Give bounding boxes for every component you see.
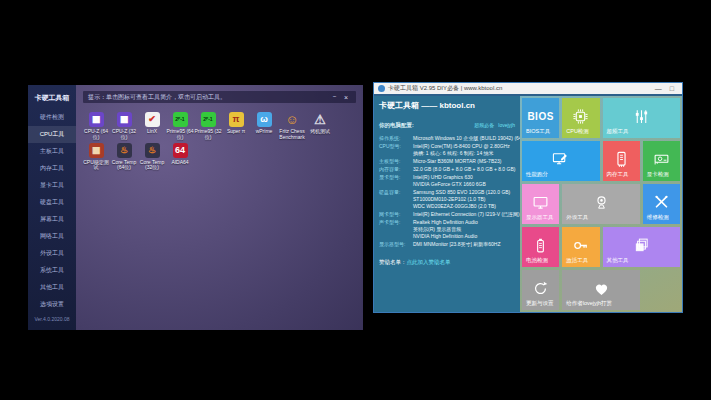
tool-flame[interactable]: ♨Core Temp (64位)	[110, 143, 138, 172]
tile-tools-cross[interactable]: 维修检测	[643, 184, 680, 224]
sidebar-item-2[interactable]: 主板工具	[28, 143, 76, 160]
app-icon	[378, 85, 385, 92]
cpu-chip-icon: ▦	[89, 112, 104, 127]
spec-value: NVIDIA High Definition Audio	[413, 233, 515, 240]
kbtool-titlebar: 卡硬工具箱 V2.95 DIY必备 | www.kbtool.cn — □	[374, 83, 682, 96]
smiley-icon: ☺	[285, 112, 300, 127]
info-panel-header: 卡硬工具箱 —— kbtool.cn	[379, 100, 515, 111]
tile-ram-stick[interactable]: 内存工具	[603, 141, 640, 181]
tile-bios-text[interactable]: BIOSBIOS工具	[522, 98, 559, 138]
spec-row-2: 主板型号:Micro-Star B360M MORTAR (MS-7B23)	[379, 158, 515, 165]
pi-symbol-icon: π	[229, 112, 244, 127]
tile-label: 电池检测	[526, 257, 548, 264]
sponsor-link[interactable]: 点此加入赞助名单	[407, 259, 451, 265]
minimize-button[interactable]: －	[328, 92, 341, 102]
tool-label: wPrime	[250, 129, 278, 135]
tool-cpu-chip[interactable]: ▦CPU-Z (32位)	[110, 112, 138, 141]
header-link-0[interactable]: 超频必备	[474, 122, 494, 128]
sponsor-label: 赞助名单：	[379, 259, 407, 265]
tile-label: 激活工具	[566, 257, 588, 264]
ram-stick-icon	[613, 151, 630, 168]
tile-sliders[interactable]: 超频工具	[603, 98, 681, 138]
bios-text: BIOS	[527, 111, 553, 122]
spec-row-6: 网卡型号:Intel(R) Ethernet Connection (7) I2…	[379, 211, 515, 218]
left-version-text: Ver.4.0.2020.08	[28, 316, 76, 330]
tile-webcam[interactable]: 外设工具	[562, 184, 640, 224]
tile-donate-heart[interactable]: 给作者lovejyjh打赏	[562, 270, 640, 310]
tool-aida64-badge[interactable]: 64AIDA64	[166, 143, 194, 172]
wprime-swirl-icon: ω	[257, 112, 272, 127]
hint-text: 提示：单击图标可查看工具简介，双击可启动工具。	[88, 93, 226, 102]
tool-cpu-chip[interactable]: ▦CPU-Z (64位)	[82, 112, 110, 141]
tool-flame[interactable]: ♨Core Temp (32位)	[138, 143, 166, 172]
tool-label: Super π	[222, 129, 250, 135]
sidebar-item-6[interactable]: 屏幕工具	[28, 211, 76, 228]
spec-label: CPU型号:	[379, 143, 413, 157]
sidebar-item-9[interactable]: 系统工具	[28, 262, 76, 279]
spec-value: Intel(R) UHD Graphics 630	[413, 174, 515, 181]
warning-triangle-icon: ⚠	[313, 112, 328, 127]
sidebar-item-3[interactable]: 内存工具	[28, 160, 76, 177]
sidebar-item-7[interactable]: 网络工具	[28, 228, 76, 245]
tool-label: 烤机测试	[306, 129, 334, 135]
tile-label: 更新与设置	[526, 300, 554, 307]
tile-refresh[interactable]: 更新与设置	[522, 270, 559, 310]
sidebar-item-0[interactable]: 硬件检测	[28, 109, 76, 126]
gpu-card-icon	[653, 151, 670, 168]
sidebar-item-10[interactable]: 其他工具	[28, 279, 76, 296]
kbtool-title: 卡硬工具箱 V2.95 DIY必备 | www.kbtool.cn	[388, 84, 502, 93]
webcam-icon	[593, 194, 610, 211]
maximize-button[interactable]: □	[666, 85, 678, 92]
tool-wprime-swirl[interactable]: ωwPrime	[250, 112, 278, 141]
key-icon	[572, 237, 589, 254]
sidebar-item-1[interactable]: CPU工具	[28, 126, 76, 143]
spec-label: 内存容量:	[379, 166, 413, 173]
sidebar-item-4[interactable]: 显卡工具	[28, 177, 76, 194]
tool-prime-formula[interactable]: 2ᴾ-1Prime95 (64位)	[166, 112, 194, 141]
tile-label: 外设工具	[566, 214, 588, 221]
close-button[interactable]: ×	[341, 94, 351, 101]
spec-value: NVIDIA GeForce GTX 1660 6GB	[413, 181, 515, 188]
spec-label: 声卡型号:	[379, 219, 413, 240]
tile-label: 性能跑分	[526, 171, 548, 178]
stress-test-icon: ▦	[89, 143, 104, 158]
tool-smiley[interactable]: ☺Fritz Chess Benchmark	[278, 112, 306, 141]
tile-cpu-chip[interactable]: CPU检测	[562, 98, 599, 138]
spec-label: 显示器型号:	[379, 241, 413, 248]
system-info-panel: 卡硬工具箱 —— kbtool.cn 你的电脑配置: 超频必备lovejyjh …	[374, 96, 520, 312]
header-link-1[interactable]: lovejyjh	[498, 122, 515, 128]
spec-row-8: 显示器型号:DMI MNMonitor [23.8英寸] 刷新率60HZ	[379, 241, 515, 248]
header-links: 超频必备lovejyjh	[470, 113, 515, 131]
spec-label: 硬盘容量:	[379, 189, 413, 210]
sidebar-item-11[interactable]: 选项设置	[28, 296, 76, 313]
tool-pi-symbol[interactable]: πSuper π	[222, 112, 250, 141]
kbtool-window: 卡硬工具箱 V2.95 DIY必备 | www.kbtool.cn — □ 卡硬…	[373, 82, 683, 313]
spec-row-1: CPU型号:Intel(R) Core(TM) i5-8400 CPU @ 2.…	[379, 143, 515, 157]
tools-cross-icon	[653, 194, 670, 211]
spec-value: DMI MNMonitor [23.8英寸] 刷新率60HZ	[413, 241, 515, 248]
spec-label: 显卡型号:	[379, 174, 413, 188]
tile-gpu-card[interactable]: 显卡检测	[643, 141, 680, 181]
minimize-button[interactable]: —	[651, 85, 666, 92]
tile-monitor[interactable]: 显示器工具	[522, 184, 559, 224]
tool-label: Prime95 (32位)	[194, 129, 222, 141]
spec-label: 操作系统:	[379, 135, 413, 142]
tool-label: AIDA64	[166, 160, 194, 166]
left-hint-bar: 提示：单击图标可查看工具简介，双击可启动工具。 － ×	[83, 91, 356, 103]
spec-value: 插槽: 1 核心: 6 线程: 6 制程: 14 纳米	[413, 150, 515, 157]
tile-copy-stack[interactable]: 其他工具	[603, 227, 681, 267]
tool-label: CPU稳定测试	[82, 160, 110, 172]
tile-key[interactable]: 激活工具	[562, 227, 599, 267]
tool-checkmark[interactable]: ✔LinX	[138, 112, 166, 141]
tool-warning-triangle[interactable]: ⚠烤机测试	[306, 112, 334, 141]
sidebar-item-5[interactable]: 硬盘工具	[28, 194, 76, 211]
tile-monitor-brush[interactable]: 性能跑分	[522, 141, 600, 181]
spec-value: Realtek High Definition Audio	[413, 219, 515, 226]
sponsor-footer: 赞助名单：点此加入赞助名单	[379, 259, 515, 266]
sidebar-item-8[interactable]: 外设工具	[28, 245, 76, 262]
spec-value: Samsung SSD 850 EVO 120GB (120.0 GB)	[413, 189, 515, 196]
tool-prime-formula[interactable]: 2ᴾ-1Prime95 (32位)	[194, 112, 222, 141]
spec-row-7: 声卡型号:Realtek High Definition Audio英特尔(R)…	[379, 219, 515, 240]
tile-battery[interactable]: 电池检测	[522, 227, 559, 267]
tool-stress-test[interactable]: ▦CPU稳定测试	[82, 143, 110, 172]
